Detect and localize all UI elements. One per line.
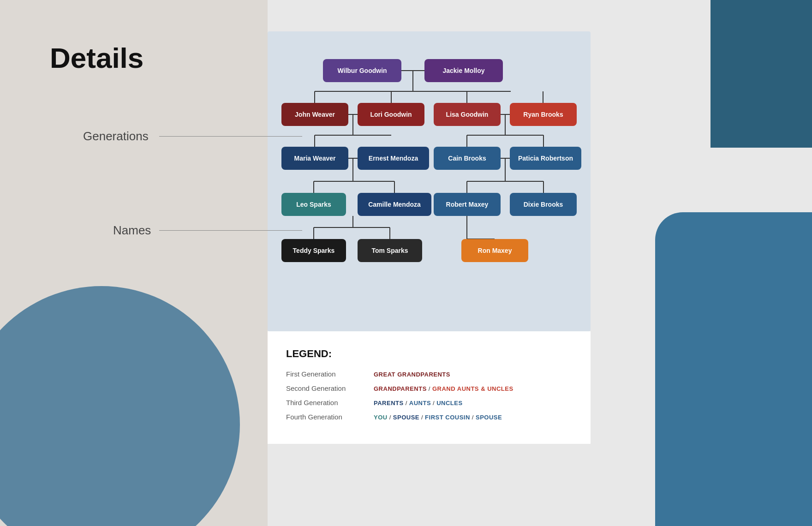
- legend-part-3-6: SPOUSE: [476, 414, 502, 421]
- tree-node-tom[interactable]: Tom Sparks: [358, 239, 422, 262]
- legend-part-3-2: SPOUSE: [393, 414, 419, 421]
- legend-part-3-1: /: [389, 414, 391, 421]
- legend-panel: LEGEND: First GenerationGREAT GRANDPAREN…: [268, 331, 591, 444]
- legend-part-1-0: GRANDPARENTS: [374, 385, 427, 392]
- legend-row-label-0: First Generation: [286, 370, 374, 378]
- tree-node-paticia[interactable]: Paticia Robertson: [510, 147, 581, 170]
- label-names: Names: [113, 223, 151, 238]
- legend-row-value-1: GRANDPARENTS/GRAND AUNTS & UNCLES: [374, 385, 513, 392]
- legend-row-label-3: Fourth Generation: [286, 413, 374, 421]
- legend-part-2-4: UNCLES: [436, 400, 462, 406]
- bg-right-top: [710, 0, 812, 148]
- tree-node-john[interactable]: John Weaver: [281, 103, 348, 126]
- legend-row-value-0: GREAT GRANDPARENTS: [374, 371, 450, 378]
- legend-part-3-3: /: [421, 414, 423, 421]
- legend-part-2-1: /: [406, 400, 407, 406]
- legend-part-3-5: /: [472, 414, 474, 421]
- tree-node-ryan[interactable]: Ryan Brooks: [510, 103, 577, 126]
- tree-node-teddy[interactable]: Teddy Sparks: [281, 239, 346, 262]
- legend-row-label-1: Second Generation: [286, 384, 374, 392]
- legend-part-2-3: /: [433, 400, 435, 406]
- tree-node-leo[interactable]: Leo Sparks: [281, 193, 346, 216]
- legend-part-2-2: AUNTS: [409, 400, 431, 406]
- tree-node-jackie[interactable]: Jackie Molloy: [424, 59, 503, 82]
- legend-row-value-3: YOU/SPOUSE/FIRST COUSIN/SPOUSE: [374, 414, 502, 421]
- legend-part-1-2: GRAND AUNTS & UNCLES: [432, 385, 513, 392]
- tree-panel: Wilbur GoodwinJackie MolloyJohn WeaverLo…: [268, 31, 591, 331]
- legend-row-2: Third GenerationPARENTS/AUNTS/UNCLES: [286, 399, 572, 406]
- tree-node-wilbur[interactable]: Wilbur Goodwin: [323, 59, 401, 82]
- tree-node-dixie[interactable]: Dixie Brooks: [510, 193, 577, 216]
- legend-row-3: Fourth GenerationYOU/SPOUSE/FIRST COUSIN…: [286, 413, 572, 421]
- tree-node-robert[interactable]: Robert Maxey: [434, 193, 501, 216]
- legend-part-3-0: YOU: [374, 414, 388, 421]
- tree-node-ernest[interactable]: Ernest Mendoza: [358, 147, 429, 170]
- legend-title: LEGEND:: [286, 348, 572, 360]
- tree-node-maria[interactable]: Maria Weaver: [281, 147, 348, 170]
- tree-node-cain[interactable]: Cain Brooks: [434, 147, 501, 170]
- page-title: Details: [50, 42, 143, 74]
- tree-node-camille[interactable]: Camille Mendoza: [358, 193, 431, 216]
- tree-node-lori[interactable]: Lori Goodwin: [358, 103, 424, 126]
- legend-part-1-1: /: [429, 385, 430, 392]
- tree-node-lisa[interactable]: Lisa Goodwin: [434, 103, 501, 126]
- line-names: [159, 230, 302, 231]
- legend-part-2-0: PARENTS: [374, 400, 404, 406]
- legend-part-3-4: FIRST COUSIN: [425, 414, 470, 421]
- line-generations: [159, 136, 302, 137]
- bg-right-bottom: [655, 212, 812, 526]
- legend-rows: First GenerationGREAT GRANDPARENTSSecond…: [286, 370, 572, 421]
- legend-row-1: Second GenerationGRANDPARENTS/GRAND AUNT…: [286, 384, 572, 392]
- tree-node-ron[interactable]: Ron Maxey: [461, 239, 528, 262]
- legend-row-label-2: Third Generation: [286, 399, 374, 406]
- legend-row-0: First GenerationGREAT GRANDPARENTS: [286, 370, 572, 378]
- legend-part-0-0: GREAT GRANDPARENTS: [374, 371, 450, 378]
- label-generations: Generations: [83, 129, 149, 143]
- legend-row-value-2: PARENTS/AUNTS/UNCLES: [374, 400, 463, 406]
